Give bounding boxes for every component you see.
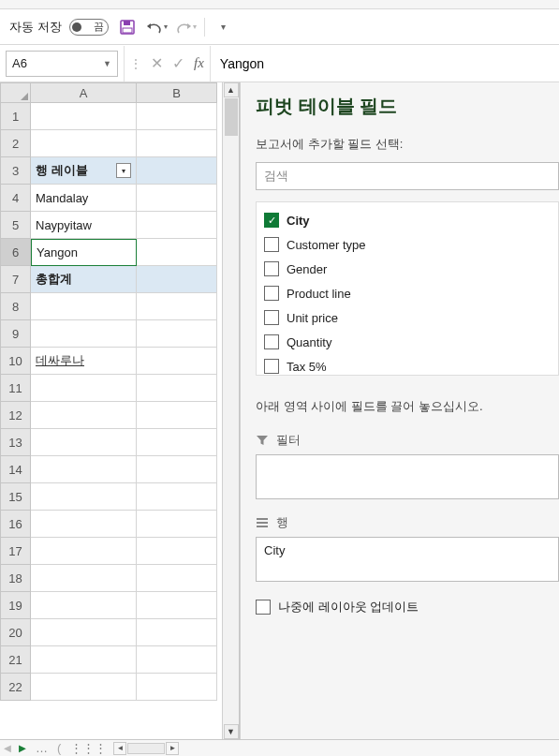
cell[interactable] — [137, 402, 217, 429]
redo-dropdown-icon[interactable]: ▾ — [193, 22, 197, 31]
autosave-toggle[interactable]: 끔 — [69, 19, 109, 36]
cell[interactable] — [31, 402, 137, 429]
filter-dropdown-icon[interactable]: ▾ — [116, 163, 131, 178]
cell[interactable] — [137, 538, 217, 565]
field-checkbox[interactable] — [264, 237, 279, 252]
save-button[interactable] — [116, 16, 139, 38]
row-header[interactable]: 4 — [0, 185, 31, 212]
cell[interactable] — [137, 293, 217, 320]
field-item[interactable]: Product line — [262, 281, 558, 305]
sheet-next-button[interactable]: ► — [15, 741, 30, 755]
cell[interactable] — [31, 483, 137, 511]
cell[interactable] — [137, 130, 217, 157]
row-header[interactable]: 2 — [0, 130, 31, 157]
cell[interactable] — [31, 103, 137, 130]
cell[interactable] — [137, 348, 217, 375]
rows-item[interactable]: City — [264, 543, 285, 557]
scroll-up-icon[interactable]: ▲ — [224, 82, 239, 97]
cell[interactable] — [137, 212, 217, 239]
row-header[interactable]: 18 — [0, 565, 31, 592]
row-header[interactable]: 5 — [0, 212, 31, 239]
hscroll-track[interactable] — [127, 743, 165, 754]
row-header[interactable]: 22 — [0, 674, 31, 701]
sheet-prev-button[interactable]: ◄ — [0, 741, 15, 755]
cell[interactable]: 데싸루나 — [31, 348, 137, 375]
name-box-dropdown-icon[interactable]: ▼ — [103, 59, 111, 68]
name-box[interactable]: A6 ▼ — [6, 51, 118, 77]
dropdown-icon[interactable]: ⋮ — [130, 57, 141, 70]
row-header[interactable]: 3 — [0, 157, 31, 185]
select-all-corner[interactable] — [0, 82, 31, 103]
row-header[interactable]: 6 — [0, 239, 31, 266]
cell[interactable] — [31, 538, 137, 565]
field-checkbox[interactable] — [264, 286, 279, 301]
field-item[interactable]: Gender — [262, 257, 558, 281]
cell[interactable] — [137, 157, 217, 185]
cell[interactable] — [137, 674, 217, 701]
customize-qat-button[interactable]: ▾ — [213, 16, 235, 38]
cell[interactable] — [137, 646, 217, 674]
cell[interactable] — [31, 511, 137, 538]
cell[interactable]: 총합계 — [31, 266, 137, 293]
cell[interactable] — [137, 266, 217, 293]
row-header[interactable]: 16 — [0, 511, 31, 538]
cell[interactable] — [31, 646, 137, 674]
field-checkbox[interactable] — [264, 334, 279, 349]
cell[interactable] — [31, 429, 137, 456]
cell[interactable]: Yangon — [31, 239, 137, 266]
cell[interactable] — [31, 674, 137, 701]
row-header[interactable]: 10 — [0, 348, 31, 375]
field-item[interactable]: Customer type — [262, 232, 558, 257]
cell[interactable] — [137, 103, 217, 130]
cell[interactable] — [31, 592, 137, 619]
undo-button[interactable]: ▾ — [146, 20, 168, 35]
cell[interactable] — [31, 565, 137, 592]
row-header[interactable]: 11 — [0, 375, 31, 402]
row-header[interactable]: 8 — [0, 293, 31, 320]
row-header[interactable]: 13 — [0, 429, 31, 456]
field-item[interactable]: ✓City — [262, 208, 558, 232]
cell[interactable] — [137, 456, 217, 483]
cell[interactable] — [137, 592, 217, 619]
row-header[interactable]: 21 — [0, 646, 31, 674]
row-header[interactable]: 17 — [0, 538, 31, 565]
row-header[interactable]: 15 — [0, 483, 31, 511]
cancel-formula-button[interactable]: ✕ — [151, 54, 163, 72]
row-header[interactable]: 9 — [0, 320, 31, 348]
cell[interactable] — [137, 483, 217, 511]
row-header[interactable]: 14 — [0, 456, 31, 483]
field-item[interactable]: Unit price — [262, 305, 558, 330]
cell[interactable] — [31, 130, 137, 157]
cell[interactable] — [31, 375, 137, 402]
row-header[interactable]: 12 — [0, 402, 31, 429]
cell[interactable] — [137, 429, 217, 456]
cell[interactable] — [31, 619, 137, 646]
cell[interactable] — [137, 239, 217, 266]
field-checkbox[interactable]: ✓ — [264, 213, 279, 228]
column-header-b[interactable]: B — [137, 82, 217, 103]
field-item[interactable]: Quantity — [262, 330, 558, 354]
redo-button[interactable]: ▾ — [175, 20, 197, 35]
cell[interactable]: 행 레이블▾ — [31, 157, 137, 185]
row-header[interactable]: 20 — [0, 619, 31, 646]
enter-formula-button[interactable]: ✓ — [172, 54, 184, 72]
fx-icon[interactable]: fx — [194, 55, 204, 71]
cell[interactable] — [137, 619, 217, 646]
cell[interactable] — [137, 511, 217, 538]
rows-drop-area[interactable]: City — [256, 537, 559, 582]
field-item[interactable]: Tax 5% — [262, 354, 558, 376]
cell[interactable] — [137, 185, 217, 212]
scroll-track[interactable] — [224, 97, 239, 724]
defer-checkbox[interactable] — [256, 600, 271, 615]
field-checkbox[interactable] — [264, 359, 279, 374]
filter-drop-area[interactable] — [256, 454, 559, 499]
field-checkbox[interactable] — [264, 261, 279, 276]
scroll-thumb[interactable] — [225, 98, 238, 136]
field-search-input[interactable]: 검색 — [256, 162, 559, 190]
hscroll-right-button[interactable]: ► — [166, 742, 179, 755]
column-header-a[interactable]: A — [31, 82, 137, 103]
formula-input[interactable] — [211, 51, 559, 77]
row-header[interactable]: 7 — [0, 266, 31, 293]
cell[interactable] — [137, 375, 217, 402]
cell[interactable] — [137, 320, 217, 348]
